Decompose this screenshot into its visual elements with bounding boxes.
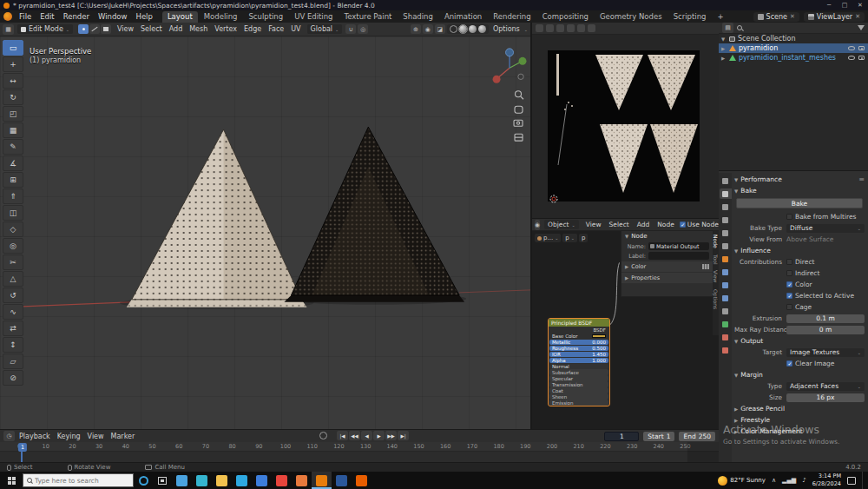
current-frame-field[interactable]: 1 [604,432,639,441]
menu-window[interactable]: Window [94,10,132,23]
task-view-button[interactable] [153,472,172,489]
triangle-right-icon[interactable]: ▶ [721,56,727,61]
uv-image-canvas[interactable] [532,35,720,219]
options-dropdown[interactable]: Options [490,25,523,33]
cage-toggle[interactable]: Cage [786,303,865,311]
menu-edge[interactable]: Edge [241,25,264,33]
bake-button[interactable]: Bake [736,198,863,208]
taskbar-firefox-icon[interactable] [292,472,312,489]
cage-checkbox[interactable] [786,304,792,310]
tab-scene-icon[interactable] [720,228,732,238]
viewport-scene[interactable] [0,36,530,429]
start-frame-field[interactable]: Start1 [643,432,674,441]
taskbar-blender-icon[interactable] [312,472,332,489]
taskbar-mail-icon[interactable] [252,472,272,489]
taskbar-file-explorer-icon[interactable] [212,472,232,489]
sidebar-tab-options[interactable]: Options [713,289,719,309]
playhead-line[interactable] [21,451,23,462]
bake-type-dropdown[interactable]: Diffuse⌄ [786,224,865,233]
editor-type-icon[interactable]: ◷ [3,431,15,441]
playhead-frame-badge[interactable]: 1 [18,443,27,452]
sidebar-tab-tool[interactable]: Tool [713,254,719,265]
hide-eye-icon[interactable] [848,46,855,50]
node-name-field[interactable]: Material Output [648,242,709,250]
sidebar-tab-view[interactable]: View [713,270,719,282]
menu-view[interactable]: View [115,25,136,33]
tab-particles-icon[interactable] [720,280,732,290]
right-pyramid-mesh[interactable] [284,127,464,302]
action-center-icon[interactable] [847,477,856,485]
tab-material-icon[interactable] [720,332,732,342]
menu-view[interactable]: View [583,221,604,228]
tab-object-data-icon[interactable] [720,319,732,329]
tool-annotate[interactable]: ✎ [3,139,23,155]
menu-add[interactable]: Add [167,25,186,33]
color-toggle[interactable]: Color [786,281,865,288]
node-row-alpha[interactable]: Alpha1.000 [549,358,608,363]
color-swatch[interactable] [592,334,606,338]
mode-selector[interactable]: Edit Mode⌄ [17,24,73,34]
cortana-button[interactable] [134,472,153,489]
close-button[interactable]: ✕ [852,0,868,10]
clear-image-checkbox[interactable] [786,360,792,367]
end-frame-field[interactable]: End250 [679,432,715,441]
tab-world-icon[interactable] [720,241,732,251]
unlink-icon[interactable]: ✕ [790,13,795,20]
tool-bevel[interactable]: ◇ [3,221,23,237]
camera-view-icon[interactable] [514,120,523,126]
show-overlays-icon[interactable]: ◉ [423,24,433,34]
menu-marker[interactable]: Marker [108,433,138,440]
tool-measure[interactable]: ∡ [3,155,23,171]
menu-node[interactable]: Node [654,221,677,228]
bake-from-multires-toggle[interactable]: Bake from Multires [786,213,865,221]
freestyle-section-header[interactable]: ▶Freestyle [734,414,865,426]
jump-to-start-button[interactable]: |◀ [337,431,348,440]
view-layer-selector[interactable]: ViewLayer✕ [804,12,865,22]
auto-keying-toggle[interactable] [319,432,327,439]
triangle-down-icon[interactable]: ▼ [721,36,727,42]
use-nodes-checkbox[interactable] [680,221,686,228]
menu-help[interactable]: Help [131,10,156,23]
workspace-tab-texture-paint[interactable]: Texture Paint [339,11,398,23]
tab-object-icon[interactable] [720,254,732,264]
workspace-tab-animation[interactable]: Animation [439,11,487,23]
blender-menu-icon[interactable] [3,12,12,21]
render-visibility-icon[interactable] [858,46,865,50]
menu-render[interactable]: Render [59,10,94,23]
tool-knife[interactable]: ✂ [3,254,23,270]
minimize-button[interactable]: ─ [821,0,837,10]
margin-size-field[interactable]: 16 px [786,393,865,402]
node-title[interactable]: Principled BSDF [549,319,609,327]
viewport-canvas[interactable]: ▭+↔↻◰▦✎∡⊞⇑◫◇◎✂△↺∿⇄↕▱⊘ User Perspective (… [0,36,530,429]
tab-modifiers-icon[interactable] [720,267,732,277]
node-row-ior[interactable]: IOR1.450 [549,352,608,357]
workspace-tab-rendering[interactable]: Rendering [488,11,536,23]
outliner-row-pyramidion[interactable]: ▶ pyramidion [719,43,868,53]
tool-select-box[interactable]: ▭ [3,40,23,56]
vertex-select-button[interactable] [78,24,89,34]
solid-shading-icon[interactable] [459,25,467,33]
material-breadcrumb-item[interactable]: p...⌄ [535,234,561,242]
show-desktop-button[interactable] [862,472,865,489]
color-checkbox[interactable] [786,281,792,287]
menu-view[interactable]: View [85,433,107,440]
node-row-roughness[interactable]: Roughness0.500 [549,346,608,351]
tool-poly-build[interactable]: △ [3,271,23,287]
next-keyframe-button[interactable]: ▶▶ [385,431,397,440]
menu-playback[interactable]: Playback [16,433,53,440]
tab-render-icon[interactable] [720,188,732,199]
node-row-metallic[interactable]: Metallic0.000 [549,340,608,345]
perspective-toggle-icon[interactable] [515,134,523,141]
start-button[interactable] [0,472,23,489]
taskbar-edge-icon[interactable] [192,472,212,489]
color-management-section-header[interactable]: ▶Color Management [734,426,865,437]
snap-magnet-icon[interactable]: ∪ [345,24,356,34]
menu-select[interactable]: Select [138,25,165,33]
zoom-icon[interactable] [516,91,523,99]
tool-cursor[interactable]: + [3,56,23,72]
proportional-edit-icon[interactable]: ◎ [358,24,368,34]
outliner-row-scene-collection[interactable]: ▼ Scene Collection [719,34,868,43]
menu-select[interactable]: Select [607,221,632,228]
tab-output-icon[interactable] [720,202,732,212]
tool-spin[interactable]: ↺ [3,287,23,303]
